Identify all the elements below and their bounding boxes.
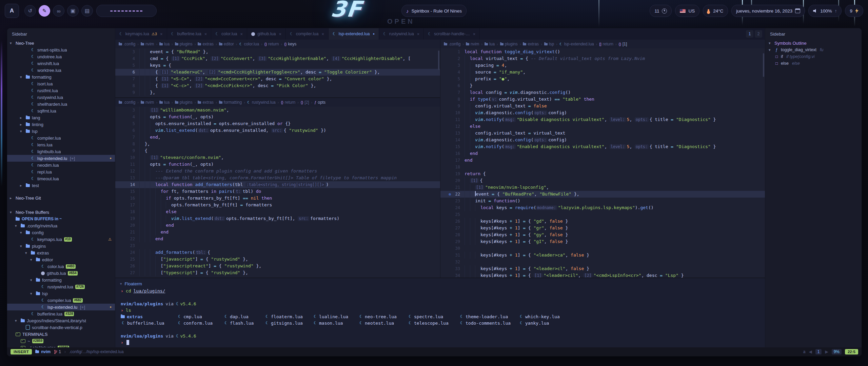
breadcrumb[interactable]: .config›nvim›lua›plugins›extras›formatti… xyxy=(115,98,440,107)
editor-tab[interactable]: ☾scrollbar-handle-…× xyxy=(424,28,480,40)
close-icon[interactable]: × xyxy=(321,32,324,37)
tree-item[interactable]: ▾lsp xyxy=(7,290,115,297)
tree-item[interactable]: ☾timeout.lua xyxy=(7,175,115,182)
breadcrumb-item[interactable]: {}return xyxy=(264,42,279,46)
breadcrumb-item[interactable]: .config xyxy=(119,100,135,105)
breadcrumb-item[interactable]: {}[1] xyxy=(619,42,627,46)
tree-item[interactable]: ~#2859 xyxy=(7,338,115,344)
tree-item[interactable]: ☾lens.lua xyxy=(7,141,115,148)
workspace-button[interactable]: ∞ xyxy=(53,5,64,17)
tree-item[interactable]: ☾lightbulb.lua xyxy=(7,148,115,155)
breadcrumb-item[interactable]: ☾rustywind.lua xyxy=(247,100,276,105)
workspace-button[interactable]: ▤ xyxy=(81,5,93,17)
tree-item[interactable]: ☾shellharden.lua xyxy=(7,101,115,107)
weather-widget[interactable]: 24°C xyxy=(703,5,728,17)
editor-tab[interactable]: ☾lsp-extended.lua● xyxy=(329,28,379,40)
scrollbar[interactable] xyxy=(438,50,439,70)
power-widget[interactable]: 9 xyxy=(845,5,863,17)
tree-item[interactable]: ▸linting xyxy=(7,121,115,128)
breadcrumb-item[interactable]: ƒopts xyxy=(314,100,326,105)
editor-tab[interactable]: github.lua× xyxy=(247,28,286,40)
tree-item[interactable]: ▾formatting xyxy=(7,277,115,283)
outline-item[interactable]: □ifif type(config.vi xyxy=(765,53,862,60)
breadcrumb-item[interactable]: lsp xyxy=(544,42,554,46)
tree-section-header[interactable]: TERMINALS xyxy=(7,331,115,338)
updates-widget[interactable]: 11 xyxy=(650,5,672,17)
tree-item[interactable]: ▾config xyxy=(7,229,115,236)
tree-item[interactable]: ☾sqlfmt.lua xyxy=(7,107,115,114)
workspace-button[interactable]: ✎ xyxy=(39,5,50,17)
floaterm-terminal[interactable]: ›cdlua/plugins/nvim/lua/pluginsvia☾v5.4.… xyxy=(115,288,765,346)
breadcrumb-item[interactable]: ☾color.lua xyxy=(239,42,259,46)
tree-item[interactable]: ☾keymaps.lua#10⚠ xyxy=(7,236,115,243)
editor-tab[interactable]: ☾compiler.lua× xyxy=(286,28,329,40)
breadcrumb-item[interactable]: extras xyxy=(198,100,214,105)
tabpage-indicator[interactable]: 1 xyxy=(815,349,822,354)
outline-item[interactable]: □elseelse xyxy=(765,60,862,67)
breadcrumb-item[interactable]: nvim xyxy=(466,42,479,46)
close-icon[interactable]: × xyxy=(160,32,163,37)
tree-item[interactable]: ☾worktree.lua xyxy=(7,67,115,74)
tree-item[interactable]: ▾.config/nvim/lua xyxy=(7,222,115,229)
tree-item[interactable]: ☾lsp-extended.lu[+]● xyxy=(7,155,115,162)
tree-item[interactable]: ☾rustywind.lua xyxy=(7,94,115,101)
tree-item[interactable]: ▸test xyxy=(7,182,115,189)
outline-item[interactable]: ▾ƒtoggle_diag_virtextfu xyxy=(765,46,862,53)
floaterm-titlebar[interactable]: ▾ Floaterm xyxy=(115,280,765,288)
tree-section-header[interactable]: ▾Neo-Tree xyxy=(7,40,115,46)
tab-number[interactable]: 2 xyxy=(755,30,762,38)
close-icon[interactable]: × xyxy=(473,32,476,37)
tab-prev-icon[interactable]: ◀ xyxy=(809,349,812,354)
breadcrumb-item[interactable]: editor xyxy=(219,42,234,46)
tree-item[interactable]: ☾bufferline.lua#328 xyxy=(7,310,115,317)
code-editor-lsp-extended-lua[interactable]: 1local function toggle_diag_virtext()2 l… xyxy=(440,48,765,278)
launcher-button[interactable]: A xyxy=(5,4,19,18)
tree-section-header[interactable]: ▾Neo-Tree Buffers xyxy=(7,209,115,216)
breadcrumb[interactable]: .config›nvim›lua›plugins›extras›lsp›☾lsp… xyxy=(440,40,765,48)
breadcrumb-item[interactable]: {}[2] xyxy=(301,100,309,105)
breadcrumb-item[interactable]: {}return xyxy=(281,100,295,105)
code-editor-color-lua[interactable]: 3 event = { "BufRead" },4 cmd = { [1]"Cc… xyxy=(115,48,440,96)
code-editor-rustywind-lua[interactable]: 3 [1]"williamboman/mason.nvim",4 opts = … xyxy=(115,107,440,278)
editor-tab[interactable]: ☾keymaps.lua⚠3× xyxy=(115,28,167,40)
tab-number[interactable]: 1 xyxy=(746,30,753,38)
editor-tab[interactable]: ☾rustywind.lua× xyxy=(379,28,424,40)
close-icon[interactable]: × xyxy=(204,32,207,37)
tree-section-header[interactable]: ▸Neo-Tree Git xyxy=(7,195,115,201)
scrollbar[interactable] xyxy=(763,53,764,77)
tree-item[interactable]: ☾rustywind.lua#726 xyxy=(7,283,115,290)
breadcrumb-item[interactable]: ☾lsp-extended.lua xyxy=(559,42,594,46)
breadcrumb-item[interactable]: .config xyxy=(119,42,135,46)
tab-next-icon[interactable]: ▶ xyxy=(825,349,828,354)
tree-item[interactable]: ▸lang xyxy=(7,114,115,121)
workspace-button[interactable]: ↺ xyxy=(24,5,36,17)
breadcrumb-item[interactable]: lua xyxy=(485,42,495,46)
breadcrumb-item[interactable]: extras xyxy=(198,42,214,46)
breadcrumb-item[interactable]: plugins xyxy=(500,42,518,46)
neotree-body[interactable]: ▾Neo-Tree☾smart-splits.lua☾undotree.lua☾… xyxy=(7,40,115,347)
tree-item[interactable]: ~/.c/n/l/plugins#3980 xyxy=(7,344,115,347)
breadcrumb[interactable]: .config›nvim›lua›plugins›extras›editor›☾… xyxy=(115,40,440,48)
breadcrumb-item[interactable]: nvim xyxy=(141,42,154,46)
tree-item[interactable]: ▾formatting xyxy=(7,74,115,80)
tree-item[interactable]: ☾compiler.lua#682 xyxy=(7,297,115,304)
tree-item[interactable]: ☾smart-splits.lua xyxy=(7,46,115,53)
breadcrumb-item[interactable]: .config xyxy=(444,42,460,46)
tree-item[interactable]: ▾extras xyxy=(7,249,115,256)
tree-item[interactable]: ☾winshift.lua xyxy=(7,60,115,67)
tree-item[interactable]: OPEN BUFFERS in ~ xyxy=(7,216,115,222)
breadcrumb-item[interactable]: plugins xyxy=(175,100,193,105)
tree-item[interactable]: scrollbar-handle-vertical.p xyxy=(7,324,115,331)
close-icon[interactable]: × xyxy=(417,32,420,37)
date-widget[interactable]: jueves, noviembre 16, 2023 xyxy=(731,5,805,17)
tree-item[interactable]: ☾repl.lua xyxy=(7,168,115,175)
breadcrumb-item[interactable]: formatting xyxy=(219,100,242,105)
tree-item[interactable]: ☾color.lua#493 xyxy=(7,263,115,270)
prompt-input[interactable] xyxy=(96,5,157,17)
volume-widget[interactable]: 100% ↑ xyxy=(808,5,842,17)
breadcrumb-item[interactable]: []return xyxy=(599,42,613,46)
close-icon[interactable]: × xyxy=(279,32,281,37)
tree-item[interactable]: ▾editor xyxy=(7,256,115,263)
tree-item[interactable]: ▾Juegos/Indies/SteamLibrary/st xyxy=(7,317,115,324)
tree-item[interactable]: ☾undotree.lua xyxy=(7,53,115,60)
